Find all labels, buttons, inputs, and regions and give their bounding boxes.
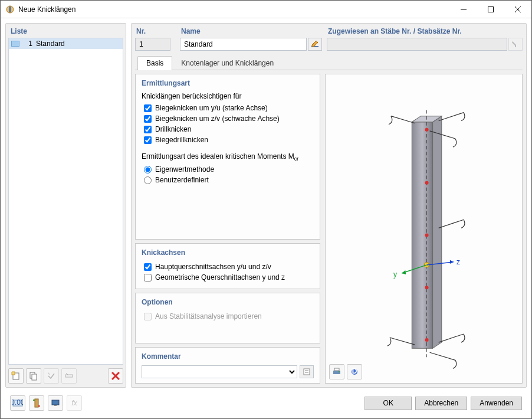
svg-marker-21	[433, 116, 442, 349]
tab-basis[interactable]: Basis	[137, 56, 172, 70]
chk-torsional-box[interactable]	[144, 126, 152, 133]
tab-row: Basis Knotenlager und Knicklängen	[135, 55, 523, 70]
svg-line-24	[391, 116, 415, 123]
svg-line-29	[430, 352, 455, 360]
name-input[interactable]	[180, 38, 307, 51]
list-toolbar	[6, 365, 126, 387]
buckling-subhead: Knicklängen berücksichtigen für	[142, 92, 314, 100]
display-button[interactable]	[48, 395, 63, 411]
exclude-button	[61, 368, 77, 384]
dialog-window: Neue Knicklängen Liste 1 Standard	[0, 0, 532, 419]
delete-button[interactable]	[108, 368, 123, 384]
list-item-number: 1	[23, 40, 32, 48]
list-area[interactable]: 1 Standard	[8, 38, 123, 365]
svg-rect-48	[35, 399, 38, 407]
section-knickachsen: Knickachsen Hauptquerschnittsachsen y/u …	[135, 243, 320, 289]
optionen-title: Optionen	[142, 298, 314, 306]
close-button[interactable]	[504, 1, 531, 18]
function-button: fx	[67, 395, 82, 411]
chk-principal-axes-box[interactable]	[144, 263, 152, 271]
svg-text:0.00: 0.00	[12, 398, 23, 407]
svg-point-43	[339, 371, 340, 372]
svg-rect-42	[334, 368, 339, 371]
chk-lateral-torsional-box[interactable]	[144, 136, 152, 144]
section-ermittlungsart: Ermittlungsart Knicklängen berücksichtig…	[135, 74, 320, 240]
ok-button[interactable]: OK	[364, 397, 412, 410]
chk-torsional[interactable]: Drillknicken	[142, 124, 314, 135]
svg-line-28	[439, 334, 464, 342]
knickachsen-title: Knickachsen	[142, 248, 314, 257]
svg-rect-3	[488, 6, 494, 12]
tab-nodal-supports[interactable]: Knotenlager und Knicklängen	[172, 56, 283, 70]
name-group: Name	[180, 27, 322, 51]
details-panel: Nr. Name Zugewiesen an Stäbe Nr	[131, 23, 527, 388]
mcr-subhead: Ermittlungsart des idealen kritischen Mo…	[142, 152, 314, 162]
svg-marker-38	[450, 260, 454, 264]
chk-geometric-axes-box[interactable]	[144, 274, 152, 281]
standard-button[interactable]	[29, 395, 44, 411]
preview-toolbar: D	[329, 364, 362, 379]
preview-view-mode-button[interactable]: D	[347, 364, 362, 379]
chk-flexural-zv[interactable]: Biegeknicken um z/v (schwache Achse)	[142, 113, 314, 124]
svg-marker-20	[412, 122, 432, 348]
nr-input	[135, 38, 170, 51]
kommentar-combo[interactable]	[142, 365, 297, 378]
svg-marker-16	[312, 41, 318, 47]
list-header: Liste	[6, 24, 126, 38]
svg-rect-41	[333, 371, 340, 374]
axis-z-label: z	[457, 258, 460, 266]
svg-line-30	[439, 220, 464, 228]
svg-marker-40	[402, 270, 406, 274]
preview-graphic: z y	[326, 74, 522, 378]
chk-principal-axes[interactable]: Hauptquerschnittsachsen y/u und z/v	[142, 261, 314, 272]
section-kommentar: Kommentar	[135, 347, 320, 384]
chk-flexural-yu[interactable]: Biegeknicken um y/u (starke Achse)	[142, 103, 314, 113]
assigned-group: Zugewiesen an Stäbe Nr. / Stabsätze Nr.	[327, 27, 523, 51]
svg-rect-11	[65, 375, 73, 377]
svg-rect-51	[52, 400, 59, 405]
preview-print-button[interactable]	[329, 364, 344, 379]
titlebar: Neue Knicklängen	[1, 1, 531, 18]
minimize-button[interactable]	[450, 1, 477, 18]
preview-panel[interactable]: z y D	[325, 74, 523, 384]
window-title: Neue Knicklängen	[18, 5, 450, 14]
svg-rect-17	[304, 369, 310, 375]
maximize-button[interactable]	[477, 1, 504, 18]
svg-line-27	[390, 338, 415, 345]
apply-button[interactable]: Anwenden	[471, 397, 522, 410]
copy-button[interactable]	[26, 368, 41, 384]
new-button[interactable]	[8, 368, 24, 384]
chk-flexural-zv-box[interactable]	[144, 115, 152, 123]
chk-lateral-torsional[interactable]: Biegedrillknicken	[142, 135, 314, 145]
svg-marker-7	[12, 372, 15, 375]
svg-point-33	[425, 233, 429, 237]
bottom-bar: 0.00 fx OK Abbrechen Anwenden	[5, 392, 527, 414]
chk-flexural-yu-box[interactable]	[144, 104, 152, 112]
rename-button[interactable]	[308, 38, 322, 51]
name-label: Name	[180, 27, 322, 38]
chk-geometric-axes[interactable]: Geometrische Querschnittachsen y und z	[142, 272, 314, 283]
dialog-content: Liste 1 Standard	[1, 18, 531, 418]
app-icon	[5, 5, 15, 14]
rad-eigenvalue[interactable]: Eigenwertmethode	[142, 164, 314, 175]
cancel-button[interactable]: Abbrechen	[415, 397, 467, 410]
include-button	[44, 368, 59, 384]
nr-group: Nr.	[135, 27, 175, 51]
svg-point-32	[425, 181, 429, 185]
assigned-input[interactable]	[327, 38, 507, 51]
assigned-label: Zugewiesen an Stäbe Nr. / Stabsätze Nr.	[327, 27, 523, 38]
rad-user-defined[interactable]: Benutzerdefiniert	[142, 175, 314, 185]
rad-user-defined-box[interactable]	[144, 176, 152, 184]
units-button[interactable]: 0.00	[10, 395, 25, 411]
kommentar-title: Kommentar	[142, 352, 314, 361]
ermittlungsart-title: Ermittlungsart	[142, 79, 314, 87]
svg-line-10	[48, 372, 50, 375]
svg-text:fx: fx	[71, 399, 77, 407]
chk-import-stability: Aus Stabilitätsanalyse importieren	[142, 311, 314, 322]
form-column: Ermittlungsart Knicklängen berücksichtig…	[135, 74, 320, 384]
kommentar-edit-button[interactable]	[300, 365, 314, 378]
list-item[interactable]: 1 Standard	[9, 38, 123, 49]
pick-members-button	[508, 38, 523, 51]
svg-text:D: D	[352, 367, 357, 375]
rad-eigenvalue-box[interactable]	[144, 166, 152, 174]
